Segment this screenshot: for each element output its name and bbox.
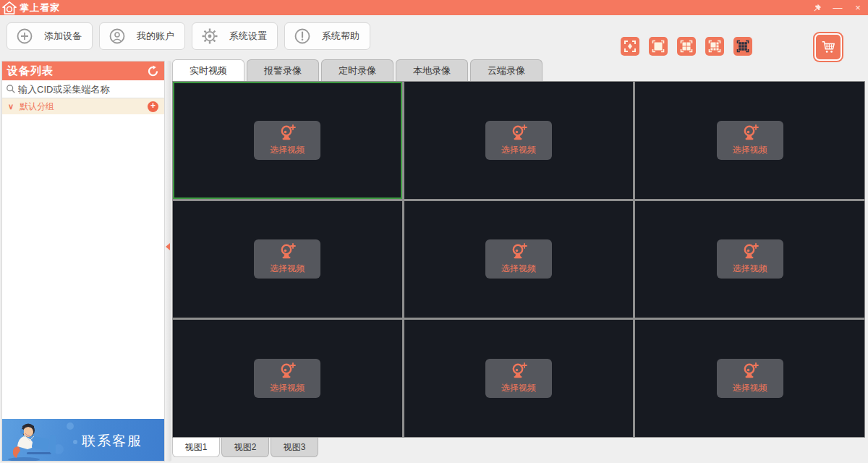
select-video-label: 选择视频	[733, 263, 767, 275]
video-cell-4[interactable]: 选择视频	[173, 201, 402, 318]
help-icon	[294, 27, 311, 45]
collapse-arrow-icon	[166, 243, 170, 250]
select-video-button[interactable]: 选择视频	[717, 359, 783, 398]
device-group-row[interactable]: ∨ 默认分组 +	[2, 98, 164, 114]
webcam-add-icon	[509, 362, 528, 380]
fullscreen-layout-button[interactable]	[621, 37, 639, 56]
my-account-button[interactable]: 我的账户	[99, 22, 185, 50]
app-logo-icon	[2, 1, 17, 14]
tab-view-3[interactable]: 视图3	[271, 438, 318, 457]
chevron-down-icon[interactable]: ∨	[8, 102, 14, 111]
webcam-add-icon	[741, 362, 760, 380]
account-icon	[109, 27, 126, 45]
video-mode-tabs: 实时视频 报警录像 定时录像 本地录像 云端录像	[172, 59, 545, 81]
video-cell-1[interactable]: 选择视频	[173, 82, 402, 199]
mixed-view-layout-button[interactable]	[705, 37, 724, 56]
device-list	[2, 114, 164, 419]
select-video-label: 选择视频	[501, 263, 536, 275]
select-video-button[interactable]: 选择视频	[254, 121, 320, 160]
close-button[interactable]: ×	[848, 0, 868, 15]
minimize-button[interactable]: —	[827, 0, 848, 15]
contact-support-banner[interactable]: 联系客服	[2, 419, 164, 461]
tab-view-2[interactable]: 视图2	[221, 438, 269, 457]
nine-view-layout-button[interactable]	[733, 37, 752, 56]
device-search-input[interactable]	[18, 84, 161, 95]
webcam-add-icon	[741, 124, 760, 142]
select-video-button[interactable]: 选择视频	[717, 239, 783, 279]
select-video-button[interactable]: 选择视频	[254, 239, 320, 279]
tab-live-video[interactable]: 实时视频	[172, 59, 244, 81]
system-settings-label: 系统设置	[229, 30, 267, 43]
system-help-button[interactable]: 系统帮助	[284, 22, 370, 50]
video-grid: 选择视频选择视频选择视频选择视频选择视频选择视频选择视频选择视频选择视频	[172, 81, 865, 438]
select-video-label: 选择视频	[501, 382, 536, 394]
quad-view-layout-button[interactable]	[677, 37, 696, 56]
video-cell-6[interactable]: 选择视频	[635, 201, 864, 318]
select-video-label: 选择视频	[501, 144, 536, 156]
select-video-button[interactable]: 选择视频	[254, 359, 320, 398]
app-title: 掌上看家	[20, 1, 60, 14]
webcam-add-icon	[278, 124, 297, 142]
device-sidebar: 设备列表 ∨ 默认分组 +	[1, 61, 165, 462]
video-cell-5[interactable]: 选择视频	[404, 201, 634, 318]
system-settings-button[interactable]: 系统设置	[192, 22, 278, 50]
webcam-add-icon	[278, 243, 297, 260]
select-video-label: 选择视频	[733, 144, 767, 156]
video-cell-2[interactable]: 选择视频	[404, 82, 634, 199]
titlebar: 掌上看家 — ×	[0, 0, 868, 15]
select-video-button[interactable]: 选择视频	[485, 359, 552, 398]
search-icon	[6, 84, 16, 94]
add-device-icon	[16, 27, 33, 45]
sidebar-collapse-handle[interactable]	[165, 61, 171, 462]
select-video-label: 选择视频	[270, 382, 305, 394]
device-list-header: 设备列表	[2, 61, 164, 80]
webcam-add-icon	[278, 362, 297, 380]
store-cart-button[interactable]	[813, 32, 843, 62]
my-account-label: 我的账户	[137, 30, 174, 43]
tab-scheduled-recording[interactable]: 定时录像	[321, 59, 393, 81]
tab-local-recording[interactable]: 本地录像	[396, 59, 468, 81]
support-agent-illustration	[7, 420, 82, 461]
video-cell-8[interactable]: 选择视频	[404, 320, 634, 437]
tab-view-1[interactable]: 视图1	[172, 438, 220, 457]
webcam-add-icon	[509, 243, 528, 260]
add-device-label: 添加设备	[44, 30, 82, 43]
cart-icon	[820, 39, 836, 55]
video-cell-3[interactable]: 选择视频	[635, 82, 864, 199]
add-group-icon[interactable]: +	[148, 101, 158, 112]
tab-alarm-recording[interactable]: 报警录像	[247, 59, 319, 81]
video-cell-7[interactable]: 选择视频	[173, 320, 402, 437]
pin-icon[interactable]	[807, 0, 827, 15]
select-video-label: 选择视频	[270, 144, 305, 156]
system-help-label: 系统帮助	[322, 30, 359, 43]
single-view-layout-button[interactable]	[649, 37, 668, 56]
add-device-button[interactable]: 添加设备	[7, 22, 93, 50]
layout-switcher	[621, 37, 752, 56]
contact-support-label: 联系客服	[82, 432, 142, 451]
device-search	[2, 80, 164, 98]
video-cell-9[interactable]: 选择视频	[635, 320, 864, 437]
select-video-button[interactable]: 选择视频	[485, 121, 552, 160]
select-video-button[interactable]: 选择视频	[485, 239, 552, 279]
device-list-title: 设备列表	[7, 64, 147, 78]
select-video-label: 选择视频	[270, 263, 305, 275]
webcam-add-icon	[509, 124, 528, 142]
select-video-label: 选择视频	[733, 382, 767, 394]
view-tabs: 视图1 视图2 视图3	[172, 438, 320, 457]
settings-gear-icon	[201, 27, 218, 45]
refresh-icon[interactable]	[147, 65, 159, 77]
group-label: 默认分组	[20, 101, 148, 113]
tab-cloud-recording[interactable]: 云端录像	[470, 59, 542, 81]
webcam-add-icon	[741, 243, 760, 260]
app-window: 掌上看家 — × 添加设备 我的账户	[0, 0, 868, 463]
select-video-button[interactable]: 选择视频	[717, 121, 783, 160]
